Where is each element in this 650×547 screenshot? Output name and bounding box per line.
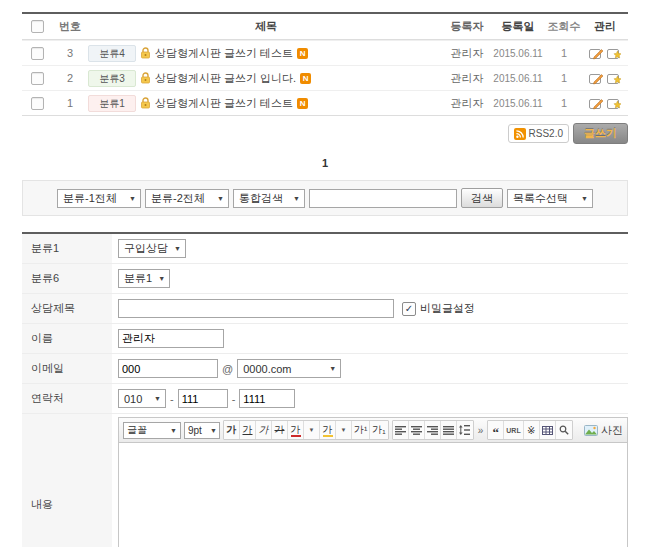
field-label: 상담제목: [22, 294, 112, 323]
row-date: 2015.06.11: [490, 73, 546, 84]
row-views: 1: [546, 47, 582, 59]
row-views: 1: [546, 97, 582, 109]
photo-icon: [584, 425, 598, 436]
write-button-label: 글쓰기: [584, 126, 617, 141]
line-height-icon[interactable]: [457, 421, 473, 439]
editor-content-area[interactable]: [118, 443, 628, 547]
category6-select[interactable]: 분류1▼: [118, 269, 170, 288]
row-checkbox[interactable]: [31, 97, 44, 110]
toolbar-more-icon[interactable]: »: [477, 425, 485, 436]
phone-mid-input[interactable]: [178, 389, 228, 408]
chevron-down-icon: ▼: [170, 427, 177, 434]
search-button[interactable]: 검색: [461, 188, 503, 208]
post-title-link[interactable]: 상담형게시판 글쓰기 입니다.: [155, 71, 296, 86]
category1-select[interactable]: 구입상담▼: [118, 239, 186, 258]
phone-last-input[interactable]: [239, 389, 295, 408]
search-input[interactable]: [309, 189, 457, 208]
align-justify-icon[interactable]: [441, 421, 457, 439]
write-button[interactable]: 글쓰기: [573, 123, 628, 144]
row-checkbox[interactable]: [31, 72, 44, 85]
chevron-down-icon: ▼: [581, 195, 588, 202]
underline-button[interactable]: 가: [240, 421, 256, 439]
row-date: 2015.06.11: [490, 98, 546, 109]
blockquote-icon[interactable]: “: [488, 421, 504, 439]
list-count-select[interactable]: 목록수선택▼: [507, 189, 593, 208]
chevron-down-icon: ▼: [158, 275, 165, 282]
secret-post-checkbox[interactable]: ✓: [402, 302, 416, 316]
board-page: 번호 제목 등록자 등록일 조회수 관리 3 분류4 상담형게시판 글쓰기 테스…: [0, 0, 650, 547]
new-post-icon: N: [297, 48, 308, 59]
post-title-link[interactable]: 상담형게시판 글쓰기 테스트: [155, 46, 293, 61]
bold-button[interactable]: 가: [224, 421, 240, 439]
email-at-sign: @: [222, 363, 233, 375]
row-views: 1: [546, 72, 582, 84]
row-author: 관리자: [444, 96, 490, 111]
row-author: 관리자: [444, 46, 490, 61]
font-color-dropdown-icon[interactable]: ▼: [304, 421, 320, 439]
rss-button[interactable]: RSS2.0: [508, 124, 569, 143]
align-left-icon[interactable]: [393, 421, 409, 439]
email-id-input[interactable]: [118, 359, 218, 378]
category-badge: 분류4: [88, 45, 136, 62]
edit-post-icon[interactable]: [589, 97, 604, 110]
edit-post-icon[interactable]: [589, 47, 604, 60]
category1-filter-select[interactable]: 분류-1전체▼: [57, 189, 141, 208]
subscript-button[interactable]: 가₁: [370, 421, 387, 439]
list-header-row: 번호 제목 등록자 등록일 조회수 관리: [22, 14, 628, 40]
highlight-color-button[interactable]: 가: [320, 421, 336, 439]
row-number: 2: [52, 72, 88, 84]
form-row-email: 이메일 @ 0000.com▼: [22, 354, 628, 384]
search-scope-select[interactable]: 통합검색▼: [233, 189, 305, 208]
pagination: 1: [22, 156, 628, 170]
phone-separator: -: [170, 393, 174, 405]
rss-icon: [514, 128, 526, 140]
phone-separator: -: [232, 393, 236, 405]
header-author: 등록자: [444, 19, 490, 34]
align-right-icon[interactable]: [425, 421, 441, 439]
name-input[interactable]: [118, 329, 224, 348]
edit-post-icon[interactable]: [589, 72, 604, 85]
field-label: 이름: [22, 324, 112, 353]
italic-button[interactable]: 가: [256, 421, 272, 439]
page-number[interactable]: 1: [318, 156, 332, 170]
align-center-icon[interactable]: [409, 421, 425, 439]
category-badge: 분류1: [88, 95, 136, 112]
chevron-down-icon: ▼: [293, 195, 300, 202]
chevron-down-icon: ▼: [154, 395, 161, 402]
delete-post-icon[interactable]: [607, 97, 622, 110]
strikethrough-button[interactable]: 가: [272, 421, 288, 439]
select-all-checkbox[interactable]: [31, 20, 44, 33]
new-post-icon: N: [297, 98, 308, 109]
write-form: 분류1 구입상담▼ 분류6 분류1▼ 상담제목 ✓ 비밀글설정 이름: [22, 232, 628, 547]
post-title-link[interactable]: 상담형게시판 글쓰기 테스트: [155, 96, 293, 111]
insert-group: “ URL ※: [487, 420, 572, 440]
category2-filter-select[interactable]: 분류-2전체▼: [145, 189, 229, 208]
special-char-icon[interactable]: ※: [524, 421, 540, 439]
secret-post-label: 비밀글설정: [420, 301, 475, 316]
search-text-icon[interactable]: [556, 421, 572, 439]
delete-post-icon[interactable]: [607, 47, 622, 60]
table-row: 2 분류3 상담형게시판 글쓰기 입니다. N 관리자 2015.06.11 1: [22, 65, 628, 90]
font-family-select[interactable]: 글꼴▼: [123, 422, 181, 439]
delete-post-icon[interactable]: [607, 72, 622, 85]
font-color-button[interactable]: 가: [288, 421, 304, 439]
lock-icon: [140, 47, 151, 59]
chevron-down-icon: ▼: [174, 245, 181, 252]
link-url-icon[interactable]: URL: [504, 421, 523, 439]
email-domain-select[interactable]: 0000.com▼: [237, 359, 341, 378]
search-bar: 분류-1전체▼ 분류-2전체▼ 통합검색▼ 검색 목록수선택▼: [22, 180, 628, 216]
insert-photo-button[interactable]: 사진: [584, 423, 623, 438]
row-number: 1: [52, 97, 88, 109]
consult-title-input[interactable]: [118, 299, 394, 318]
insert-table-icon[interactable]: [540, 421, 556, 439]
header-views: 조회수: [546, 19, 582, 34]
superscript-button[interactable]: 가¹: [352, 421, 370, 439]
text-style-group: 가 가 가 가 가 ▼ 가 ▼ 가¹ 가₁: [223, 420, 389, 440]
header-date: 등록일: [490, 19, 546, 34]
phone-prefix-select[interactable]: 010▼: [118, 389, 166, 408]
row-checkbox[interactable]: [31, 47, 44, 60]
form-row-content: 내용 글꼴▼ 9pt▼ 가 가 가 가 가 ▼ 가: [22, 414, 628, 547]
row-date: 2015.06.11: [490, 48, 546, 59]
highlight-dropdown-icon[interactable]: ▼: [336, 421, 352, 439]
font-size-select[interactable]: 9pt▼: [184, 422, 220, 439]
